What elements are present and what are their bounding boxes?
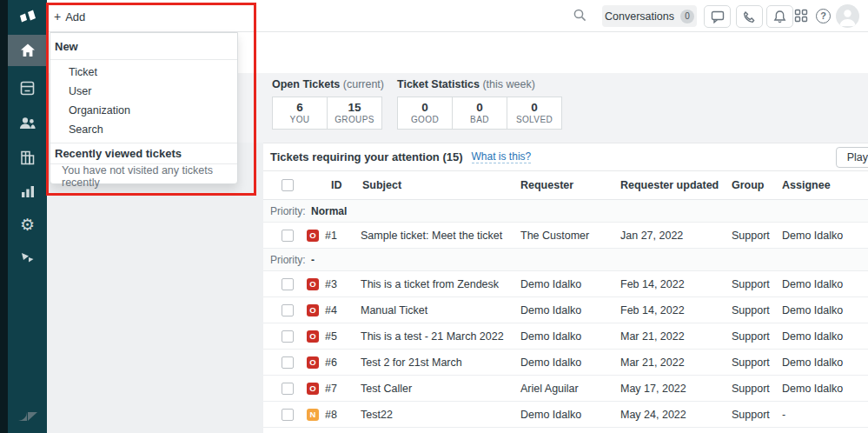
ticket-id: #3 <box>325 271 337 297</box>
chat-button[interactable] <box>704 5 731 28</box>
ticket-statistics-title: Ticket Statistics (this week) <box>397 78 562 90</box>
table-row[interactable]: O #3 This is a ticket from Zendesk Demo … <box>263 271 868 297</box>
ticket-id: #7 <box>325 376 337 402</box>
ticket-assignee: - <box>782 402 785 428</box>
add-button[interactable]: + Add <box>54 7 85 26</box>
status-badge: O <box>307 356 319 369</box>
group-value: - <box>311 254 315 266</box>
ticket-group: Support <box>732 350 770 376</box>
chat-icon <box>711 10 725 23</box>
person-icon <box>836 4 859 28</box>
header-requester[interactable]: Requester <box>520 179 573 191</box>
group-prefix: Priority: <box>270 205 306 217</box>
header-subject[interactable]: Subject <box>362 179 401 191</box>
help-icon[interactable]: ? <box>816 9 831 23</box>
ticket-updated: Mar 21, 2022 <box>620 323 685 350</box>
row-checkbox[interactable] <box>282 230 294 242</box>
sidebar-item-home[interactable] <box>8 35 47 66</box>
open-tickets-stats: Open Tickets (current) 6 YOU 15 GROUPS <box>272 78 384 130</box>
sidebar-item-organizations[interactable] <box>8 142 47 173</box>
ticket-requester: Demo Idalko <box>520 271 581 297</box>
status-badge: O <box>307 330 319 343</box>
stat-label: BAD <box>453 115 507 124</box>
open-tickets-qualifier: (current) <box>343 78 384 90</box>
status-badge: O <box>307 304 319 316</box>
conversations-button[interactable]: Conversations 0 <box>602 5 697 27</box>
sidebar-item-apps[interactable] <box>8 242 47 273</box>
menu-item-organization[interactable]: Organization <box>50 101 237 120</box>
row-checkbox[interactable] <box>282 330 294 343</box>
select-all-checkbox[interactable] <box>282 179 294 191</box>
stat-label: GROUPS <box>328 115 381 124</box>
stat-value: 0 <box>453 101 507 114</box>
table-row[interactable]: O #5 This is a test - 21 March 2022 Demo… <box>263 323 868 350</box>
row-checkbox[interactable] <box>282 278 294 290</box>
search-icon[interactable] <box>573 8 587 25</box>
notifications-button[interactable] <box>766 5 793 28</box>
sidebar-item-reporting[interactable] <box>8 176 47 207</box>
sidebar-item-customers[interactable] <box>8 107 47 138</box>
ticket-updated: May 17, 2022 <box>620 376 686 402</box>
apps-grid-icon[interactable] <box>794 9 808 25</box>
ticket-subject: Test 2 for 21st March <box>361 350 462 376</box>
phone-button[interactable] <box>736 5 763 28</box>
attention-header: Tickets requiring your attention (15) Wh… <box>263 143 868 171</box>
header-assignee[interactable]: Assignee <box>782 179 831 191</box>
sidebar-item-views[interactable] <box>8 72 47 103</box>
ticket-statistics-stats: Ticket Statistics (this week) 0 GOOD 0 B… <box>397 78 562 130</box>
menu-item-search[interactable]: Search <box>50 120 237 139</box>
table-row[interactable]: N #8 Test22 Demo Idalko May 24, 2022 Sup… <box>263 402 868 428</box>
open-tickets-title: Open Tickets (current) <box>272 78 384 90</box>
add-dropdown-menu: New Ticket User Organization Search Rece… <box>50 32 238 184</box>
what-is-this-link[interactable]: What is this? <box>472 150 532 163</box>
row-checkbox[interactable] <box>282 356 294 369</box>
bell-icon <box>773 10 786 23</box>
header-group[interactable]: Group <box>732 179 765 191</box>
ticket-updated: Feb 14, 2022 <box>620 271 685 297</box>
stat-value: 0 <box>507 101 561 114</box>
customers-icon <box>18 115 36 131</box>
group-prefix: Priority: <box>270 254 306 266</box>
ticket-id: #1 <box>325 223 337 249</box>
ticket-id: #5 <box>325 323 337 350</box>
recent-tickets-empty-message: You have not visited any tickets recentl… <box>50 164 237 189</box>
header-requester-updated[interactable]: Requester updated <box>620 179 719 191</box>
stat-label: GOOD <box>398 115 452 124</box>
avatar[interactable] <box>836 4 859 28</box>
stat-box-solved[interactable]: 0 SOLVED <box>507 97 562 130</box>
stat-box-groups[interactable]: 15 GROUPS <box>327 97 382 130</box>
sidebar-rail <box>0 0 8 433</box>
organizations-icon <box>19 150 36 166</box>
menu-item-ticket[interactable]: Ticket <box>50 63 237 82</box>
priority-group-none: Priority: - <box>263 249 868 271</box>
table-row[interactable]: O #1 Sample ticket: Meet the ticket The … <box>263 223 868 249</box>
row-checkbox[interactable] <box>282 304 294 316</box>
stat-box-bad[interactable]: 0 BAD <box>452 97 507 130</box>
ticket-assignee: Demo Idalko <box>782 223 843 249</box>
zendesk-app: ⚙ + Add Conversations 0 <box>0 0 868 433</box>
plus-icon: + <box>54 10 61 23</box>
sidebar-item-admin[interactable]: ⚙ <box>8 209 47 240</box>
menu-section-recent: Recently viewed tickets <box>50 143 237 164</box>
table-row[interactable]: O #7 Test Caller Ariel Aguilar May 17, 2… <box>263 376 868 402</box>
stat-value: 6 <box>273 101 327 114</box>
ticket-assignee: Demo Idalko <box>782 350 843 376</box>
ticket-group: Support <box>732 323 770 350</box>
table-row[interactable]: O #6 Test 2 for 21st March Demo Idalko M… <box>263 350 868 376</box>
header-id[interactable]: ID <box>331 179 342 191</box>
menu-item-user[interactable]: User <box>50 82 237 101</box>
ticket-group: Support <box>732 376 770 402</box>
ticket-assignee: Demo Idalko <box>782 271 843 297</box>
stat-box-good[interactable]: 0 GOOD <box>397 97 453 130</box>
ticket-group: Support <box>732 297 770 323</box>
brand-logo <box>8 5 47 31</box>
views-icon <box>19 80 36 97</box>
stat-box-you[interactable]: 6 YOU <box>272 97 328 130</box>
reporting-icon <box>20 183 36 199</box>
ticket-id: #4 <box>325 297 337 323</box>
row-checkbox[interactable] <box>282 409 294 421</box>
row-checkbox[interactable] <box>282 383 294 395</box>
stat-value: 0 <box>398 101 452 114</box>
play-button[interactable]: Play <box>836 147 868 168</box>
table-row[interactable]: O #4 Manual Ticket Demo Idalko Feb 14, 2… <box>263 297 868 323</box>
